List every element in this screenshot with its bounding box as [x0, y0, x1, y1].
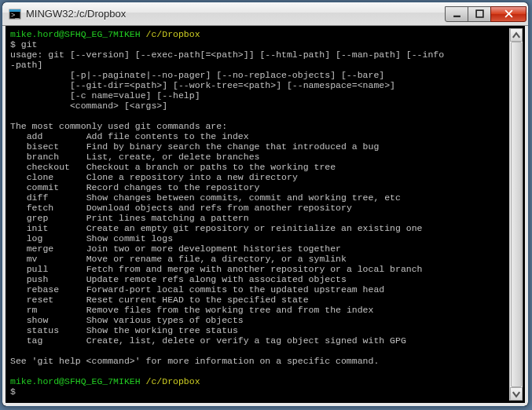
command-name: pull	[27, 264, 86, 274]
prompt-line: mike.hord@SFHQ_EG_7MIKEH /c/Dropbox	[10, 29, 200, 39]
command-desc: Join two or more development histories t…	[86, 243, 341, 254]
help-footer: See 'git help <command>' for more inform…	[10, 356, 379, 366]
vertical-scrollbar[interactable]	[509, 28, 523, 401]
close-button[interactable]	[490, 6, 526, 22]
command-name: rebase	[27, 284, 86, 295]
command-name: add	[27, 131, 86, 141]
command-desc: Print lines matching a pattern	[86, 213, 249, 223]
usage-line: [-c name=value] [--help]	[10, 90, 200, 101]
window-title: MINGW32:/c/Dropbox	[26, 8, 446, 20]
minimize-button[interactable]	[445, 6, 468, 22]
command-desc: List, create, or delete branches	[86, 152, 260, 162]
prompt-user-host: mike.hord@SFHQ_EG_7MIKEH	[10, 376, 141, 386]
command-name: clone	[27, 172, 86, 182]
command-desc: Show changes between commits, commit and…	[86, 192, 401, 203]
titlebar[interactable]: >_ MINGW32:/c/Dropbox	[2, 2, 528, 26]
prompt-path: /c/Dropbox	[141, 376, 200, 386]
usage-line: -path]	[10, 60, 42, 70]
command-name: diff	[27, 192, 86, 203]
scrollbar-thumb[interactable]	[511, 42, 522, 387]
command-name: commit	[27, 182, 86, 192]
command-desc: Record changes to the repository	[86, 182, 260, 192]
command-name: merge	[27, 243, 86, 254]
terminal-window: >_ MINGW32:/c/Dropbox mike.hord@SFHQ_EG_…	[2, 2, 529, 407]
app-icon: >_	[9, 8, 21, 20]
command-name: status	[27, 325, 86, 335]
commands-heading: The most commonly used git commands are:	[10, 121, 227, 131]
command-desc: Remove files from the working tree and f…	[86, 305, 374, 315]
command-desc: Checkout a branch or paths to the workin…	[86, 162, 336, 172]
usage-line: <command> [<args>]	[10, 101, 167, 111]
chevron-up-icon	[511, 30, 522, 41]
command-name: checkout	[27, 162, 86, 172]
usage-line: usage: git [--version] [--exec-path[=<pa…	[10, 49, 444, 60]
prompt-user-host: mike.hord@SFHQ_EG_7MIKEH	[10, 29, 141, 39]
prompt-dollar: $	[10, 39, 21, 49]
minimize-icon	[453, 9, 461, 18]
command-name: show	[27, 315, 86, 325]
command-name: bisect	[27, 141, 86, 152]
command-name: init	[27, 223, 86, 233]
scrollbar-track[interactable]	[510, 42, 523, 387]
maximize-icon	[475, 9, 484, 18]
window-buttons	[446, 6, 526, 22]
command-name: grep	[27, 213, 86, 223]
prompt-dollar: $	[10, 386, 21, 397]
command-name: reset	[27, 295, 86, 305]
terminal-body[interactable]: mike.hord@SFHQ_EG_7MIKEH /c/Dropbox $ gi…	[2, 26, 528, 406]
svg-rect-3	[453, 16, 460, 17]
command-desc: Download objects and refs from another r…	[86, 203, 352, 213]
command-desc: Forward-port local commits to the update…	[86, 284, 385, 295]
scroll-down-button[interactable]	[510, 387, 523, 401]
command-name: fetch	[27, 203, 86, 213]
command-desc: Fetch from and merge with another reposi…	[86, 264, 423, 274]
command-name: branch	[27, 152, 86, 162]
command-desc: Create, list, delete or verify a tag obj…	[86, 335, 406, 346]
command-desc: Clone a repository into a new directory	[86, 172, 298, 182]
command-desc: Reset current HEAD to the specified stat…	[86, 295, 309, 305]
command-desc: Add file contents to the index	[86, 131, 249, 141]
svg-text:>_: >_	[11, 11, 20, 19]
command-desc: Create an empty git repository or reinit…	[86, 223, 423, 233]
entered-command: git	[21, 39, 38, 49]
maximize-button[interactable]	[468, 6, 491, 22]
prompt-line: mike.hord@SFHQ_EG_7MIKEH /c/Dropbox	[10, 376, 200, 386]
command-desc: Move or rename a file, a directory, or a…	[86, 254, 347, 264]
command-desc: Show various types of objects	[86, 315, 244, 325]
svg-rect-4	[476, 10, 483, 17]
command-name: mv	[27, 254, 86, 264]
chevron-down-icon	[511, 389, 522, 400]
command-desc: Show the working tree status	[86, 325, 238, 335]
usage-line: [--git-dir=<path>] [--work-tree=<path>] …	[10, 80, 395, 90]
command-name: tag	[27, 335, 86, 346]
command-desc: Update remote refs along with associated…	[86, 274, 347, 284]
scroll-up-button[interactable]	[510, 28, 523, 42]
usage-line: [-p|--paginate|--no-pager] [--no-replace…	[10, 70, 384, 80]
prompt-path: /c/Dropbox	[141, 29, 200, 39]
command-name: push	[27, 274, 86, 284]
command-desc: Find by binary search the change that in…	[86, 141, 380, 152]
close-icon	[504, 9, 513, 18]
command-name: rm	[27, 305, 86, 315]
command-desc: Show commit logs	[86, 233, 173, 243]
command-name: log	[27, 233, 86, 243]
